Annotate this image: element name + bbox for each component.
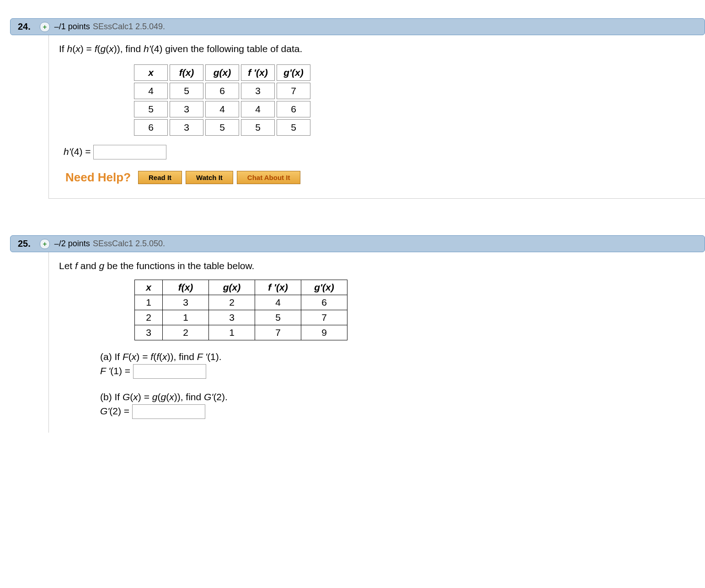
table-row: 2 1 3 5 7 (135, 310, 347, 325)
table-row: 3 2 1 7 9 (135, 325, 347, 340)
part-b-prompt: (b) If G(x) = g(g(x)), find G'(2). (100, 392, 696, 403)
col-gpx: g'(x) (301, 280, 347, 295)
col-fx: f(x) (170, 64, 203, 81)
answer-input-h4[interactable] (93, 145, 166, 159)
watch-it-button[interactable]: Watch It (186, 171, 233, 184)
question-24: 24. + –/1 points SEssCalc1 2.5.049. If h… (0, 18, 705, 199)
question-header: 25. + –/2 points SEssCalc1 2.5.050. (10, 235, 705, 252)
question-number: 24. (16, 21, 31, 32)
expand-icon[interactable]: + (40, 239, 50, 249)
data-table-q24: x f(x) g(x) f '(x) g'(x) 4 5 6 3 7 5 3 4… (132, 63, 312, 138)
table-row: 5 3 4 4 6 (134, 101, 310, 117)
read-it-button[interactable]: Read It (138, 171, 182, 184)
part-b-answer: G'(2) = (100, 404, 696, 419)
question-ref: SEssCalc1 2.5.049. (93, 22, 165, 32)
points-label: –/1 points (54, 22, 90, 32)
col-fpx: f '(x) (255, 280, 301, 295)
table-header-row: x f(x) g(x) f '(x) g'(x) (134, 64, 310, 81)
col-x: x (135, 280, 163, 295)
col-gpx: g'(x) (277, 64, 310, 81)
table-row: 4 5 6 3 7 (134, 83, 310, 99)
chat-about-it-button[interactable]: Chat About It (237, 171, 301, 184)
question-prompt: If h(x) = f(g(x)), find h'(4) given the … (59, 43, 696, 54)
answer-input-Fp1[interactable] (133, 364, 206, 379)
data-table-q25: x f(x) g(x) f '(x) g'(x) 1 3 2 4 6 2 1 3… (134, 280, 347, 340)
question-number: 25. (16, 238, 31, 249)
question-25: 25. + –/2 points SEssCalc1 2.5.050. Let … (0, 235, 705, 433)
help-bar: Need Help? Read It Watch It Chat About I… (65, 170, 696, 185)
question-ref: SEssCalc1 2.5.050. (93, 239, 165, 249)
answer-input-Gp2[interactable] (132, 404, 205, 419)
part-a-answer: F '(1) = (100, 364, 696, 379)
question-body: If h(x) = f(g(x)), find h'(4) given the … (48, 35, 705, 199)
table-header-row: x f(x) g(x) f '(x) g'(x) (135, 280, 347, 295)
need-help-label: Need Help? (65, 170, 131, 185)
expand-icon[interactable]: + (40, 22, 50, 32)
col-gx: g(x) (205, 64, 239, 81)
question-header: 24. + –/1 points SEssCalc1 2.5.049. (10, 18, 705, 35)
question-body: Let f and g be the functions in the tabl… (48, 252, 705, 433)
col-x: x (134, 64, 168, 81)
col-fx: f(x) (163, 280, 209, 295)
question-prompt: Let f and g be the functions in the tabl… (59, 260, 696, 271)
points-label: –/2 points (54, 239, 90, 249)
col-gx: g(x) (209, 280, 255, 295)
table-row: 6 3 5 5 5 (134, 119, 310, 136)
table-row: 1 3 2 4 6 (135, 295, 347, 310)
answer-row-q24: h'(4) = (64, 145, 696, 159)
col-fpx: f '(x) (241, 64, 275, 81)
part-a-prompt: (a) If F(x) = f(f(x)), find F '(1). (100, 351, 696, 362)
